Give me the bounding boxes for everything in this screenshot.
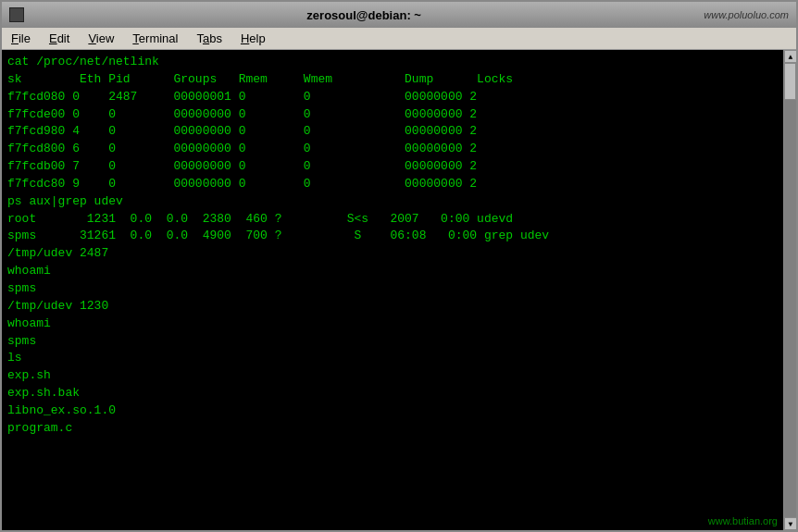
window-icon bbox=[9, 7, 24, 22]
menu-view[interactable]: View bbox=[82, 30, 119, 47]
scrollbar-up-arrow[interactable]: ▲ bbox=[784, 50, 796, 63]
scrollbar-thumb[interactable] bbox=[784, 63, 796, 100]
scrollbar-down-arrow[interactable]: ▼ bbox=[784, 517, 796, 530]
menu-help[interactable]: Help bbox=[235, 30, 271, 47]
terminal-output: cat /proc/net/netlink sk Eth Pid Groups … bbox=[7, 54, 791, 438]
terminal-area[interactable]: cat /proc/net/netlink sk Eth Pid Groups … bbox=[2, 50, 796, 530]
menu-edit[interactable]: Edit bbox=[44, 30, 75, 47]
menu-tabs[interactable]: Tabs bbox=[191, 30, 227, 47]
menu-terminal[interactable]: Terminal bbox=[127, 30, 183, 47]
titlebar: zerosoul@debian: ~ www.poluoluo.com bbox=[2, 2, 796, 28]
titlebar-watermark: www.poluoluo.com bbox=[704, 9, 789, 20]
scrollbar-track[interactable] bbox=[784, 63, 796, 517]
menubar: File Edit View Terminal Tabs Help bbox=[2, 28, 796, 50]
window-title: zerosoul@debian: ~ bbox=[24, 8, 704, 22]
terminal-window: zerosoul@debian: ~ www.poluoluo.com File… bbox=[0, 0, 798, 532]
scrollbar[interactable]: ▲ ▼ bbox=[783, 50, 796, 530]
menu-file[interactable]: File bbox=[6, 30, 36, 47]
bottom-watermark: www.butian.org bbox=[708, 515, 778, 526]
